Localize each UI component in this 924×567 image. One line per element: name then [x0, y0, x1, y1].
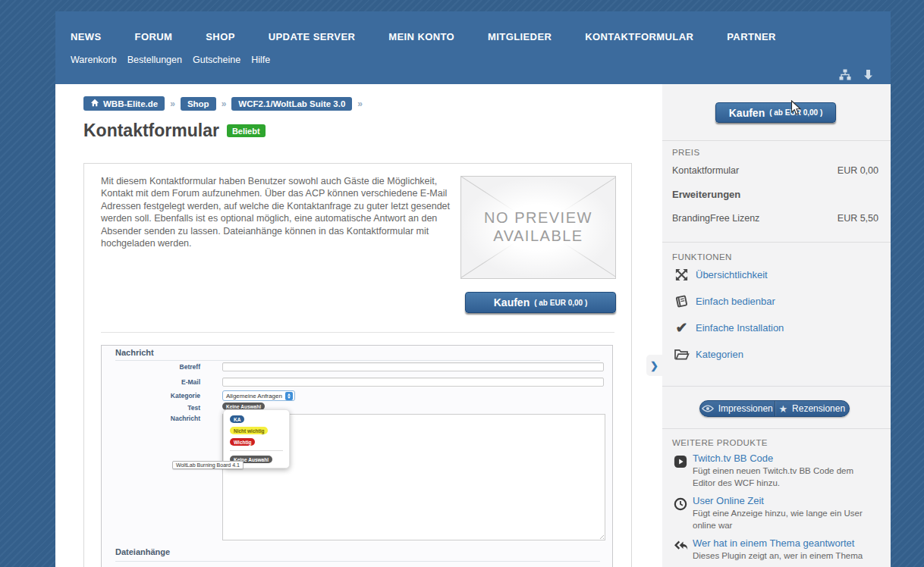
price-row-label: BrandingFree Lizenz: [672, 213, 759, 224]
divider: [662, 242, 891, 243]
feature-item[interactable]: ✔ Einfache Installation: [674, 320, 784, 336]
divider: [662, 140, 891, 141]
popup-option-ka: KA: [230, 415, 244, 423]
select-spinner-icon: [285, 392, 293, 400]
jump-to-bottom-icon[interactable]: [863, 69, 874, 80]
price-row-value: EUR 5,50: [838, 213, 878, 224]
screenshot-label-email: E-Mail: [102, 378, 200, 386]
secondary-nav: Warenkorb Bestellungen Gutscheine Hilfe: [55, 42, 891, 65]
features-section-heading: FUNKTIONEN: [672, 252, 732, 262]
sidebar-collapse-toggle[interactable]: ❯: [646, 355, 662, 376]
feature-item[interactable]: Kategorien: [674, 346, 743, 362]
screenshot-label-message: Nachricht: [102, 415, 200, 422]
breadcrumb-separator: »: [357, 99, 363, 109]
breadcrumb-home[interactable]: WBB-Elite.de: [83, 96, 165, 111]
primary-nav: NEWS FORUM SHOP UPDATE SERVER MEIN KONTO…: [55, 11, 891, 42]
nav-item-kontaktformular[interactable]: KONTAKTFORMULAR: [585, 31, 693, 42]
breadcrumb-separator: »: [170, 99, 175, 109]
breadcrumb-shop[interactable]: Shop: [181, 97, 216, 111]
screenshot-legend-attachments: Dateianhänge: [115, 547, 170, 556]
product-description-box: Mit diesem Kontaktformular haben Benutze…: [83, 163, 632, 567]
impressions-button[interactable]: Impressionen: [700, 401, 775, 416]
sitemap-icon[interactable]: [839, 69, 851, 80]
buy-button-sidebar[interactable]: Kaufen ( ab EUR 0,00 ): [715, 102, 836, 123]
header-quick-icons: [839, 69, 874, 80]
breadcrumb: WBB-Elite.de » Shop » WCF2.1/WoltLab Sui…: [83, 96, 363, 111]
nav-item-hilfe[interactable]: Hilfe: [251, 55, 270, 65]
related-product-description: Dieses Plugin zeigt an, wer in einem The…: [693, 550, 871, 562]
eye-icon: [702, 405, 714, 412]
popup-option-nicht-wichtig: Nicht wichtig: [230, 427, 268, 434]
buy-button-main[interactable]: Kaufen ( ab EUR 0,00 ): [465, 292, 616, 313]
divider: [115, 360, 600, 361]
screenshot-dropdown-popup: KA Nicht wichtig Wichtig Keine Auswahl: [223, 409, 290, 468]
buy-button-label: Kaufen: [494, 296, 530, 309]
breadcrumb-home-label: WBB-Elite.de: [103, 99, 158, 108]
impressions-label: Impressionen: [718, 403, 773, 414]
price-section-heading: PREIS: [672, 148, 700, 157]
folder-open-icon: [674, 346, 690, 362]
sidebar: Kaufen ( ab EUR 0,00 ) PREIS Kontaktform…: [662, 84, 891, 567]
nav-item-news[interactable]: NEWS: [71, 31, 102, 42]
divider: [662, 428, 891, 429]
popup-option-wichtig: Wichtig: [230, 438, 255, 446]
divider: [115, 561, 600, 562]
page-background: NEWS FORUM SHOP UPDATE SERVER MEIN KONTO…: [0, 0, 924, 567]
breadcrumb-category[interactable]: WCF2.1/WoltLab Suite 3.0: [231, 97, 352, 111]
feature-link: Einfach bedienbar: [696, 296, 775, 307]
page-column: NEWS FORUM SHOP UPDATE SERVER MEIN KONTO…: [55, 11, 891, 567]
nav-item-shop[interactable]: SHOP: [206, 31, 234, 42]
screenshot-label-subject: Betreff: [102, 363, 200, 371]
check-icon: ✔: [674, 320, 690, 336]
extensions-heading: Erweiterungen: [672, 189, 740, 200]
no-preview-text: NO PREVIEW AVAILABLE: [461, 177, 615, 278]
related-product-link[interactable]: Wer hat in einem Thema geantwortet: [693, 537, 854, 549]
price-row-value: EUR 0,00: [838, 165, 878, 176]
nav-item-gutscheine[interactable]: Gutscheine: [193, 55, 240, 65]
reply-all-icon: [674, 540, 687, 553]
reviews-button[interactable]: ★ Rezensionen: [775, 401, 850, 416]
divider: [101, 332, 614, 333]
product-preview-image: NO PREVIEW AVAILABLE: [460, 176, 616, 279]
feature-link: Einfache Installation: [696, 322, 784, 334]
nav-item-update-server[interactable]: UPDATE SERVER: [269, 31, 356, 42]
screenshot-label-test: Test: [102, 404, 200, 412]
main-content: WBB-Elite.de » Shop » WCF2.1/WoltLab Sui…: [55, 84, 662, 567]
screenshot-label-category: Kategorie: [102, 392, 200, 399]
main-header: NEWS FORUM SHOP UPDATE SERVER MEIN KONTO…: [55, 11, 891, 84]
divider: [230, 450, 283, 451]
star-icon: ★: [778, 404, 787, 414]
nav-item-partner[interactable]: PARTNER: [727, 31, 776, 42]
page-title: Kontaktformular: [83, 121, 219, 141]
buy-button-label: Kaufen: [729, 107, 765, 119]
related-product-description: Fügt einen neuen Twitch.tv BB Code dem E…: [693, 465, 871, 489]
divider: [662, 386, 891, 387]
feature-item[interactable]: Einfach bedienbar: [674, 293, 775, 309]
feature-item[interactable]: Übersichtlichkeit: [674, 267, 768, 283]
screenshot-legend-message: Nachricht: [115, 348, 154, 357]
feature-link: Kategorien: [696, 349, 743, 360]
screenshot-category-select: Allgemeine Anfragen: [222, 390, 295, 401]
product-action-buttons: Impressionen ★ Rezensionen: [699, 400, 850, 417]
mouse-cursor: [790, 100, 802, 119]
play-icon: [674, 455, 687, 468]
screenshot-subject-input: [222, 362, 604, 371]
nav-item-mitglieder[interactable]: MITGLIEDER: [488, 31, 552, 42]
nav-item-mein-konto[interactable]: MEIN KONTO: [388, 31, 454, 42]
reviews-label: Rezensionen: [792, 403, 845, 414]
related-product-link[interactable]: Twitch.tv BB Code: [693, 453, 773, 464]
board-version-chip: WoltLab Burning Board 4.1: [172, 461, 244, 469]
expand-arrows-icon: [674, 267, 690, 283]
popular-badge: Beliebt: [227, 124, 266, 137]
nav-item-forum[interactable]: FORUM: [135, 31, 173, 42]
form-screenshot[interactable]: Nachricht Betreff E-Mail Kategorie Allge…: [101, 345, 613, 567]
nav-item-bestellungen[interactable]: Bestellungen: [127, 55, 182, 65]
nav-item-warenkorb[interactable]: Warenkorb: [71, 55, 117, 65]
feature-link: Übersichtlichkeit: [696, 269, 768, 280]
price-row-label: Kontaktformular: [672, 165, 739, 176]
home-icon: [90, 99, 99, 108]
screenshot-email-input: [222, 377, 604, 387]
related-product-link[interactable]: User Online Zeit: [693, 495, 764, 506]
buy-button-price: ( ab EUR 0,00 ): [534, 299, 587, 307]
book-icon: [674, 293, 690, 309]
